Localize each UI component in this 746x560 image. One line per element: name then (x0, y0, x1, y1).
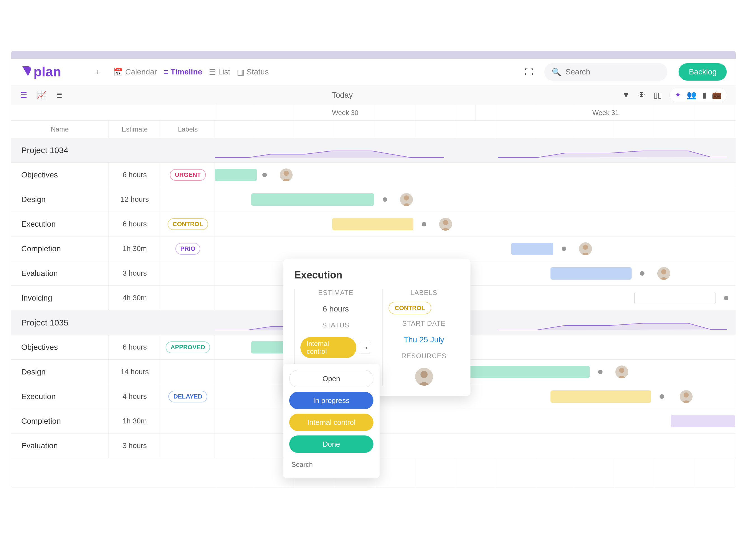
status-option-open[interactable]: Open (289, 370, 373, 387)
search-input[interactable] (565, 67, 665, 76)
view-status[interactable]: ▥ Status (237, 67, 268, 77)
task-estimate: 14 hours (120, 367, 149, 376)
view-calendar[interactable]: 📅 Calendar (113, 67, 157, 77)
svg-point-5 (661, 269, 666, 274)
status-option-internal-control[interactable]: Internal control (289, 414, 373, 431)
search-icon: 🔍 (552, 67, 562, 77)
svg-point-8 (421, 371, 428, 378)
popup-title: Execution (294, 269, 459, 281)
svg-point-3 (443, 220, 448, 225)
task-estimate: 6 hours (122, 220, 147, 228)
status-icon: ▥ (237, 67, 244, 77)
toolbar: ☰ 📈 ≣ Today ▼ 👁 ▯▯ ✦ 👥 ▮ 💼 (11, 85, 736, 105)
task-row[interactable]: Objectives6 hoursURGENT (11, 163, 736, 187)
project-group-row[interactable]: Project 1034 (11, 138, 736, 163)
view-list[interactable]: ☰ List (209, 67, 230, 77)
task-name: Design (21, 367, 46, 376)
puzzle-icon[interactable]: ✦ (675, 90, 681, 100)
task-row[interactable]: Completion1h 30mPRIO (11, 236, 736, 261)
view-timeline[interactable]: ≡ Timeline (164, 67, 202, 76)
status-search-input[interactable] (289, 457, 373, 472)
task-estimate: 3 hours (122, 441, 147, 450)
popup-labels-label: LABELS (389, 289, 459, 297)
task-label-badge: PRIO (175, 243, 201, 255)
assignee-avatar[interactable] (615, 365, 629, 379)
svg-point-2 (404, 195, 409, 200)
task-label-badge: CONTROL (168, 218, 208, 230)
popup-startdate-label: START DATE (389, 319, 459, 328)
task-estimate: 6 hours (122, 170, 147, 179)
assignee-avatar[interactable] (438, 217, 453, 231)
milestone-dot (598, 370, 603, 374)
task-label-badge: DELAYED (168, 391, 207, 402)
assignee-avatar[interactable] (279, 168, 293, 182)
assignee-avatar[interactable] (679, 390, 693, 403)
col-estimate: Estimate (109, 121, 161, 138)
popup-status-label: STATUS (300, 321, 371, 329)
view-list-label: List (218, 67, 230, 76)
app-window: plan + 📅 Calendar ≡ Timeline ☰ List ▥ St… (11, 51, 736, 487)
task-name: Objectives (21, 170, 58, 179)
columns-icon[interactable]: ▯▯ (653, 90, 662, 100)
task-estimate: 6 hours (122, 343, 147, 352)
task-name: Execution (21, 392, 56, 401)
status-option-done[interactable]: Done (289, 436, 373, 453)
popup-startdate-value[interactable]: Thu 25 July (389, 335, 459, 344)
backlog-button[interactable]: Backlog (679, 63, 727, 81)
view-switcher: 📅 Calendar ≡ Timeline ☰ List ▥ Status (113, 67, 269, 77)
status-dropdown: Open In progress Internal control Done (283, 364, 379, 478)
task-estimate: 12 hours (120, 195, 149, 204)
popup-resource-avatar[interactable] (415, 368, 433, 386)
view-timeline-label: Timeline (171, 67, 202, 76)
task-row[interactable]: Design12 hours (11, 187, 736, 212)
task-name: Objectives (21, 343, 58, 352)
column-headers: Name Estimate Labels (11, 121, 736, 138)
assignee-avatar[interactable] (578, 242, 593, 256)
window-titlebar (11, 51, 736, 59)
task-estimate: 1h 30m (122, 244, 147, 253)
task-label-badge: URGENT (170, 169, 206, 181)
task-name: Completion (21, 417, 61, 426)
assignee-avatar[interactable] (657, 267, 671, 280)
calendar-icon: 📅 (113, 67, 123, 77)
task-name: Invoicing (21, 293, 52, 303)
gantt-bar[interactable] (634, 292, 716, 304)
task-row[interactable]: Execution6 hoursCONTROL (11, 212, 736, 236)
gantt-bar[interactable] (215, 169, 257, 181)
gantt-bar[interactable] (671, 415, 735, 427)
assignee-avatar[interactable] (399, 193, 413, 206)
task-estimate: 3 hours (122, 269, 147, 278)
svg-text:plan: plan (34, 64, 61, 79)
today-label: Today (62, 91, 622, 100)
gantt-bar[interactable] (466, 366, 590, 378)
briefcase-icon[interactable]: 💼 (712, 90, 722, 100)
view-calendar-label: Calendar (125, 67, 157, 76)
svg-point-6 (619, 368, 624, 373)
people-icon[interactable]: 👥 (687, 90, 696, 100)
layers-icon[interactable]: ≣ (56, 90, 62, 100)
task-estimate: 4h 30m (122, 293, 147, 302)
milestone-dot (562, 247, 566, 251)
add-button[interactable]: + (95, 67, 101, 77)
filter-icon[interactable]: ▼ (622, 91, 630, 100)
gantt-bar[interactable] (332, 218, 413, 230)
search-box[interactable]: 🔍 (544, 63, 667, 81)
header: plan + 📅 Calendar ≡ Timeline ☰ List ▥ St… (11, 59, 736, 85)
gantt-bar[interactable] (251, 193, 374, 206)
eye-icon[interactable]: 👁 (638, 90, 645, 100)
chart-icon[interactable]: 📈 (37, 90, 47, 100)
project-title: Project 1035 (21, 318, 68, 328)
gantt-bar[interactable] (550, 390, 651, 403)
col-labels: Labels (161, 121, 215, 138)
popup-resources-label: RESOURCES (389, 352, 459, 360)
group-icon[interactable]: ☰ (20, 90, 27, 100)
status-advance-button[interactable]: → (360, 342, 371, 354)
task-estimate: 1h 30m (122, 417, 147, 425)
col-name: Name (11, 121, 109, 138)
gantt-bar[interactable] (550, 267, 632, 280)
expand-icon[interactable]: ⛶ (525, 67, 533, 77)
card-icon[interactable]: ▮ (702, 90, 706, 100)
status-option-in-progress[interactable]: In progress (289, 392, 373, 409)
popup-status-chip[interactable]: Internal control (300, 337, 356, 358)
gantt-bar[interactable] (511, 243, 553, 255)
